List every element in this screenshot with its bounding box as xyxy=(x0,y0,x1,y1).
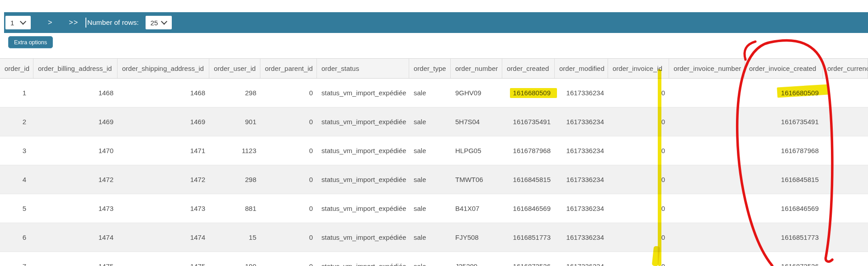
cell-order_status: status_vm_import_expédiée xyxy=(317,223,409,252)
cell-order_user_id: 298 xyxy=(209,79,260,107)
chevron-down-icon xyxy=(20,18,26,24)
column-header-order_status[interactable]: order_status xyxy=(317,59,409,78)
cell-order_invoice_id: 0 xyxy=(608,79,669,107)
cell-order_parent_id: 0 xyxy=(260,165,317,194)
column-header-order_user_id[interactable]: order_user_id xyxy=(209,59,260,78)
chevron-down-icon xyxy=(161,18,167,24)
column-header-order_number[interactable]: order_number xyxy=(451,59,502,78)
cell-order_currency xyxy=(823,223,868,252)
cell-order_invoice_created: 1616872526 xyxy=(745,252,823,266)
red-ellipse-tail-stroke xyxy=(745,42,755,60)
extra-options-button[interactable]: Extra options xyxy=(8,36,53,48)
cell-order_currency xyxy=(823,165,868,194)
cell-order_number: FJY508 xyxy=(451,223,502,252)
column-header-order_modified[interactable]: order_modified xyxy=(555,59,608,78)
cell-order_invoice_number xyxy=(669,223,745,252)
cell-order_parent_id: 0 xyxy=(260,136,317,165)
cell-order_invoice_number xyxy=(669,194,745,223)
number-of-rows-label: Number of rows: xyxy=(87,19,139,27)
cell-order_id: 7 xyxy=(0,252,33,266)
cell-order_id: 6 xyxy=(0,223,33,252)
cell-order_currency xyxy=(823,107,868,136)
cell-order_invoice_created: 1616846569 xyxy=(745,194,823,223)
cell-order_number: HLPG05 xyxy=(451,136,502,165)
rows-per-page-select[interactable]: 25 xyxy=(146,16,172,29)
cell-order_billing_address_id: 1475 xyxy=(33,252,118,266)
cell-order_type: sale xyxy=(409,194,451,223)
cell-order_created: 1616787968 xyxy=(502,136,555,165)
cell-order_parent_id: 0 xyxy=(260,107,317,136)
cell-order_status: status_vm_import_expédiée xyxy=(317,165,409,194)
cell-order_billing_address_id: 1474 xyxy=(33,223,118,252)
cell-order_shipping_address_id: 1472 xyxy=(118,165,209,194)
cell-order_invoice_number xyxy=(669,252,745,266)
column-header-order_invoice_id[interactable]: order_invoice_id xyxy=(608,59,669,78)
cell-order_invoice_created: 1616680509 xyxy=(745,79,823,107)
cell-order_invoice_number xyxy=(669,79,745,107)
cell-order_currency xyxy=(823,194,868,223)
cell-order_billing_address_id: 1470 xyxy=(33,136,118,165)
cell-order_invoice_id: 0 xyxy=(608,107,669,136)
cell-order_created: 1616735491 xyxy=(502,107,555,136)
column-header-order_id[interactable]: order_id xyxy=(0,59,33,78)
cell-order_modified: 1617336234 xyxy=(555,194,608,223)
cell-order_user_id: 199 xyxy=(209,252,260,266)
table-row: 31470147111230status_vm_import_expédiées… xyxy=(0,136,868,165)
column-header-order_invoice_number[interactable]: order_invoice_number xyxy=(669,59,745,78)
table-row: 2146914699010status_vm_import_expédiéesa… xyxy=(0,107,868,136)
cell-order_number: 5H7S04 xyxy=(451,107,502,136)
cell-order_invoice_id: 0 xyxy=(608,252,669,266)
cell-order_user_id: 881 xyxy=(209,194,260,223)
cell-order_invoice_id: 0 xyxy=(608,223,669,252)
table-row: 614741474150status_vm_import_expédiéesal… xyxy=(0,223,868,252)
cell-order_billing_address_id: 1473 xyxy=(33,194,118,223)
cell-order_user_id: 15 xyxy=(209,223,260,252)
cell-order_status: status_vm_import_expédiée xyxy=(317,194,409,223)
column-header-order_currency[interactable]: order_currency xyxy=(823,59,868,78)
extra-options-label: Extra options xyxy=(14,39,47,46)
cell-order_created: 1616680509 xyxy=(502,79,555,107)
cell-order_invoice_created: 1616735491 xyxy=(745,107,823,136)
cell-order_parent_id: 0 xyxy=(260,194,317,223)
cell-order_number: TMWT06 xyxy=(451,165,502,194)
cell-order_status: status_vm_import_expédiée xyxy=(317,136,409,165)
cell-order_type: sale xyxy=(409,79,451,107)
cell-order_user_id: 1123 xyxy=(209,136,260,165)
cell-order_modified: 1617336234 xyxy=(555,165,608,194)
cell-order_type: sale xyxy=(409,107,451,136)
pagination-toolbar: 1 > >> Number of rows: 25 xyxy=(4,12,868,33)
column-header-order_parent_id[interactable]: order_parent_id xyxy=(260,59,317,78)
table-row: 4147214722980status_vm_import_expédiéesa… xyxy=(0,165,868,194)
column-header-order_created[interactable]: order_created xyxy=(502,59,555,78)
cell-order_user_id: 901 xyxy=(209,107,260,136)
cell-order_id: 4 xyxy=(0,165,33,194)
cell-order_currency xyxy=(823,136,868,165)
cell-order_created: 1616872526 xyxy=(502,252,555,266)
cell-order_type: sale xyxy=(409,252,451,266)
cell-order_invoice_created: 1616851773 xyxy=(745,223,823,252)
last-page-button[interactable]: >> xyxy=(69,19,78,27)
table-header: order_idorder_billing_address_idorder_sh… xyxy=(0,58,868,79)
cell-order_billing_address_id: 1469 xyxy=(33,107,118,136)
cell-order_billing_address_id: 1472 xyxy=(33,165,118,194)
cell-order_currency xyxy=(823,252,868,266)
cell-order_shipping_address_id: 1468 xyxy=(118,79,209,107)
cell-order_id: 3 xyxy=(0,136,33,165)
cell-order_parent_id: 0 xyxy=(260,79,317,107)
cell-order_id: 1 xyxy=(0,79,33,107)
page-select-value: 1 xyxy=(5,19,14,27)
cell-order_number: 9GHV09 xyxy=(451,79,502,107)
next-page-button[interactable]: > xyxy=(48,19,52,27)
column-header-order_shipping_address_id[interactable]: order_shipping_address_id xyxy=(118,59,209,78)
cell-order_status: status_vm_import_expédiée xyxy=(317,79,409,107)
cell-order_shipping_address_id: 1474 xyxy=(118,223,209,252)
column-header-order_type[interactable]: order_type xyxy=(409,59,451,78)
column-header-order_invoice_created[interactable]: order_invoice_created xyxy=(745,59,823,78)
cell-order_invoice_number xyxy=(669,165,745,194)
page-select[interactable]: 1 xyxy=(5,16,31,29)
cell-order_modified: 1617336234 xyxy=(555,252,608,266)
cell-order_number: B41X07 xyxy=(451,194,502,223)
column-header-order_billing_address_id[interactable]: order_billing_address_id xyxy=(33,59,118,78)
cell-order_invoice_id: 0 xyxy=(608,165,669,194)
cell-order_type: sale xyxy=(409,223,451,252)
